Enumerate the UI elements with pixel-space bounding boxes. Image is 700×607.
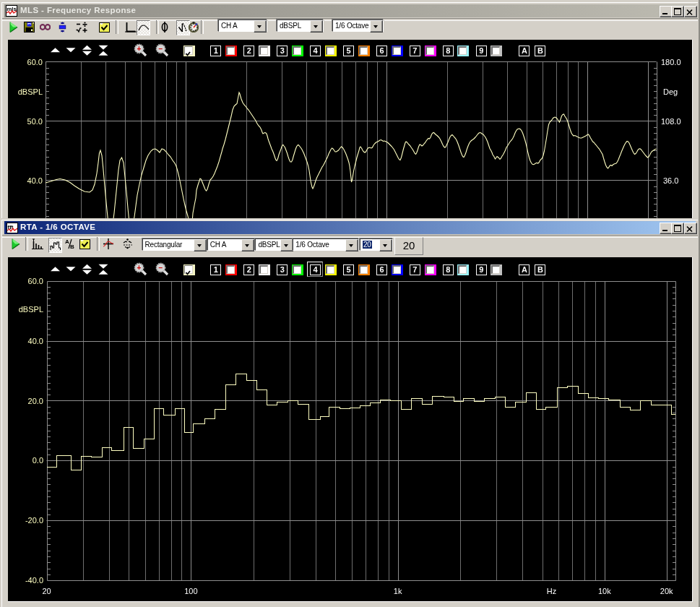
svg-text:60.0: 60.0 [27,58,43,66]
svg-text:50.0: 50.0 [27,117,43,126]
svg-text:20.0: 20.0 [28,397,43,405]
svg-text:A: A [65,238,69,245]
svg-text:60.0: 60.0 [28,277,43,285]
svg-text:1k: 1k [394,587,402,595]
svg-text:108.0: 108.0 [661,117,681,126]
svg-text:-40.0: -40.0 [25,576,43,585]
svg-text:-20.0: -20.0 [25,516,43,525]
svg-text:Hz: Hz [547,587,556,595]
svg-text:20k: 20k [660,587,673,595]
svg-text:20: 20 [42,587,51,595]
svg-text:0.0: 0.0 [33,456,43,465]
svg-text:Deg: Deg [663,87,678,96]
svg-text:100: 100 [184,587,197,595]
svg-text:180.0: 180.0 [661,58,681,66]
svg-text:dBSPL: dBSPL [18,87,43,96]
svg-text:dBSPL: dBSPL [19,305,43,314]
svg-text:B: B [70,244,74,249]
svg-text:40.0: 40.0 [27,176,43,185]
svg-text:40.0: 40.0 [28,337,43,345]
svg-text:10k: 10k [598,587,611,595]
svg-text:36.0: 36.0 [663,176,678,185]
